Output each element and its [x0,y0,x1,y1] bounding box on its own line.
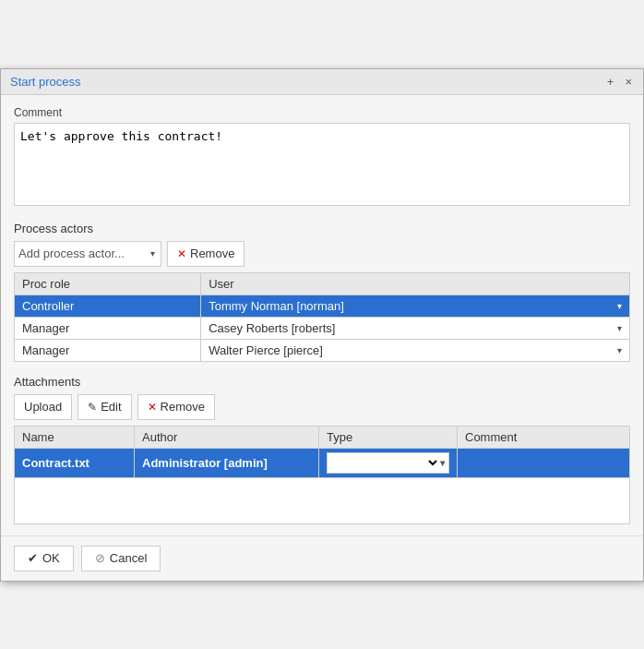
actors-col-proc-role: Proc role [15,272,201,294]
add-actor-select-wrapper[interactable]: Add process actor... ▾ [14,241,161,267]
attach-type-cell: ▾ [319,448,458,477]
ok-label: OK [42,551,60,565]
dialog-body: Comment Let's approve this contract! Pro… [1,95,643,535]
cancel-icon: ⊘ [95,551,105,565]
attachments-toolbar: Upload ✎ Edit ✕ Remove [14,394,630,420]
upload-button[interactable]: Upload [14,394,72,420]
titlebar-plus-button[interactable]: + [605,75,616,89]
pencil-icon: ✎ [88,401,97,414]
user-dropdown-arrow: ▾ [617,301,622,311]
actor-user-cell: Casey Roberts [roberts] ▾ [201,317,630,339]
table-row[interactable]: Manager Walter Pierce [pierce] ▾ [15,339,630,361]
attach-col-type: Type [319,426,458,448]
dialog-title: Start process [10,75,81,89]
type-dropdown-arrow: ▾ [440,458,445,468]
actors-remove-label: Remove [190,246,234,260]
cancel-label: Cancel [110,551,147,565]
actors-col-user: User [201,272,630,294]
titlebar-actions: + × [605,75,634,89]
table-row[interactable]: Manager Casey Roberts [roberts] ▾ [15,317,630,339]
actors-remove-icon: ✕ [177,247,186,260]
attach-type-select[interactable] [331,455,440,471]
actors-remove-button[interactable]: ✕ Remove [167,241,244,267]
cancel-button[interactable]: ⊘ Cancel [81,546,161,571]
attachments-section: Attachments Upload ✎ Edit ✕ Remove Name [14,375,630,524]
edit-label: Edit [101,400,121,414]
actor-user-name: Casey Roberts [roberts] [209,321,335,335]
dialog-titlebar: Start process + × [1,69,643,95]
table-row[interactable]: Contract.txt Administrator [admin] ▾ [15,448,630,477]
actors-toolbar: Add process actor... ▾ ✕ Remove [14,241,630,267]
attachments-table: Name Author Type Comment Contract.txt Ad… [14,426,630,524]
table-row[interactable]: Controller Tommy Norman [norman] ▾ [15,294,630,317]
comment-textarea[interactable]: Let's approve this contract! [14,123,630,206]
actor-role-cell: Controller [15,294,201,317]
actor-user-name: Walter Pierce [pierce] [209,343,323,357]
user-dropdown-arrow: ▾ [617,323,622,333]
attach-comment-cell [458,448,630,477]
attach-author-cell: Administrator [admin] [135,448,319,477]
actor-user-cell: Walter Pierce [pierce] ▾ [201,339,630,361]
comment-label: Comment [14,106,630,119]
edit-button[interactable]: ✎ Edit [78,394,131,420]
attach-col-name: Name [15,426,135,448]
check-icon: ✔ [28,551,38,565]
attach-col-comment: Comment [458,426,630,448]
attachments-title: Attachments [14,375,630,389]
attach-col-author: Author [135,426,319,448]
actor-user-cell: Tommy Norman [norman] ▾ [201,294,630,317]
actor-user-name: Tommy Norman [norman] [209,299,344,313]
process-actors-title: Process actors [14,222,630,235]
attachments-remove-button[interactable]: ✕ Remove [137,394,215,420]
start-process-dialog: Start process + × Comment Let's approve … [0,68,644,582]
actor-role-cell: Manager [15,317,201,339]
dialog-footer: ✔ OK ⊘ Cancel [1,535,643,581]
ok-button[interactable]: ✔ OK [14,546,74,571]
user-dropdown-arrow: ▾ [617,345,622,355]
add-actor-dropdown-arrow: ▾ [149,248,157,258]
table-row-empty [15,477,630,523]
attach-name-cell: Contract.txt [15,448,135,477]
attachments-remove-label: Remove [161,400,205,414]
add-actor-placeholder: Add process actor... [18,246,149,260]
actor-role-cell: Manager [15,339,201,361]
upload-label: Upload [24,400,62,414]
empty-cell [15,477,630,523]
titlebar-close-button[interactable]: × [623,75,634,89]
attachments-remove-icon: ✕ [148,401,157,414]
actors-table: Proc role User Controller Tommy Norman [… [14,272,630,362]
